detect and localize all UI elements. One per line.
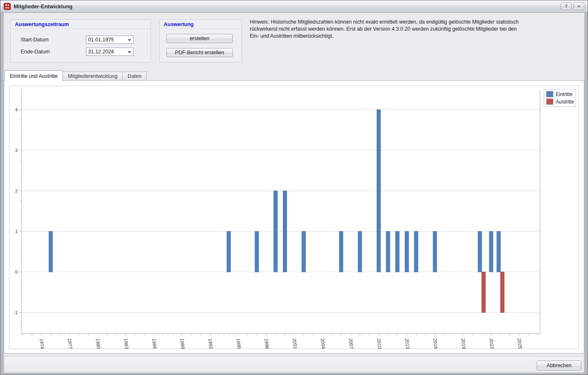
bar-eintritte-1975 [49,231,53,272]
chevron-down-icon[interactable] [128,39,131,41]
bar-eintritte-2006 [339,231,343,272]
help-button[interactable]: ? [561,2,571,10]
footer-bar: Abbrechen [4,356,584,373]
bar-eintritte-2023 [497,231,500,272]
ende-datum-combobox[interactable]: 31.12.2024 [86,48,134,56]
start-datum-label: Start-Datum [21,37,86,43]
window-title: Mitglieder-Entwicklung [14,3,72,10]
start-datum-combobox[interactable]: 01.01.1975 [86,36,134,44]
chart-legend: Eintritte Austritte [544,89,576,107]
period-groupbox: Auswertungszeitraum Start-Datum 01.01.19… [10,19,151,62]
y-tick-label--1: -1 [14,310,18,315]
tab-bar: Eintritte und Austritte Mitgliederentwic… [5,70,147,81]
members-app-icon [4,3,11,10]
x-tick-label-2004: 2004 [320,338,326,349]
erstellen-button[interactable]: erstellen [166,34,233,43]
tab-daten[interactable]: Daten [123,72,147,81]
dialog-content: Auswertungszeitraum Start-Datum 01.01.19… [4,13,584,372]
x-tick-label-2001: 2001 [292,338,298,349]
hinweis-line-2: rückwirkend nicht erfasst werden können.… [250,26,519,33]
x-tick-label-2016: 2016 [433,338,439,349]
bar-austritte-2021 [482,272,485,312]
tab-panel: -101234197419771980198319861989199219951… [4,80,584,353]
close-button[interactable]: × [574,2,584,10]
hinweis-line-3: Ein- und Austritten mitberücksichtigt. [250,33,519,40]
bar-eintritte-1999 [274,191,277,272]
bar-eintritte-2000 [283,191,287,272]
x-tick-label-1977: 1977 [67,338,73,349]
hinweis-line-1: Hinweis: Historische Mitgliedszahlen kön… [250,19,519,26]
bar-eintritte-2021 [478,231,482,272]
x-tick-label-2022: 2022 [489,338,495,349]
period-group-title: Auswertungszeitraum [11,20,151,29]
ende-datum-value: 31.12.2024 [88,49,114,55]
chart-container: -101234197419771980198319861989199219951… [9,86,579,349]
legend-swatch-austritte [546,99,553,105]
x-tick-label-1974: 1974 [39,338,45,349]
y-tick-label-2: 2 [15,188,18,193]
start-datum-value: 01.01.1975 [88,37,114,43]
x-tick-label-1980: 1980 [95,338,101,349]
tab-mitgliederentwicklung[interactable]: Mitgliederentwicklung [63,72,123,81]
x-tick-label-1986: 1986 [151,338,158,349]
bar-eintritte-2014 [414,231,418,272]
x-tick-label-1998: 1998 [264,338,270,349]
x-tick-label-2007: 2007 [348,338,354,349]
evaluation-group-title: Auswertung [160,20,241,29]
bar-eintritte-2002 [302,231,306,272]
dialog-window: Mitglieder-Entwicklung ? × Auswertungsze… [0,0,588,375]
abbrechen-button[interactable]: Abbrechen [537,361,581,370]
chevron-down-icon[interactable] [128,51,131,53]
bar-eintritte-1997 [255,231,259,272]
bar-eintritte-2016 [433,231,437,272]
x-tick-label-2025: 2025 [517,338,523,349]
x-tick-label-2013: 2013 [404,338,411,349]
tab-eintritte-und-austritte[interactable]: Eintritte und Austritte [5,70,63,81]
y-tick-label-3: 3 [15,148,18,153]
y-tick-label-0: 0 [15,269,18,274]
y-tick-label-1: 1 [15,229,18,234]
two-persons-icon [5,4,10,9]
bar-eintritte-2011 [386,231,390,272]
bar-chart: -101234197419771980198319861989199219951… [10,86,580,351]
evaluation-groupbox: Auswertung erstellen PDF-Bericht erstell… [159,19,242,62]
legend-swatch-eintritte [546,91,553,97]
pdf-bericht-erstellen-button[interactable]: PDF-Bericht erstellen [166,48,233,57]
bar-eintritte-2008 [358,231,362,272]
bar-eintritte-1994 [227,231,231,272]
x-tick-label-1995: 1995 [236,338,242,349]
y-tick-label-4: 4 [15,107,18,112]
legend-item-austritte: Austritte [546,99,574,105]
bar-eintritte-2012 [396,231,399,272]
bar-eintritte-2010 [377,110,380,272]
titlebar: Mitglieder-Entwicklung ? × [0,0,588,12]
hinweis-text: Hinweis: Historische Mitgliedszahlen kön… [250,19,519,40]
x-tick-label-1983: 1983 [123,338,129,349]
x-tick-label-2010: 2010 [376,338,382,349]
bar-austritte-2023 [500,272,504,312]
x-tick-label-1989: 1989 [179,338,186,349]
bar-eintritte-2022 [489,231,493,272]
bar-eintritte-2013 [405,231,409,272]
x-tick-label-2019: 2019 [461,338,467,349]
x-tick-label-1992: 1992 [208,338,214,349]
legend-item-eintritte: Eintritte [546,91,574,97]
ende-datum-label: Ende-Datum [21,49,86,55]
